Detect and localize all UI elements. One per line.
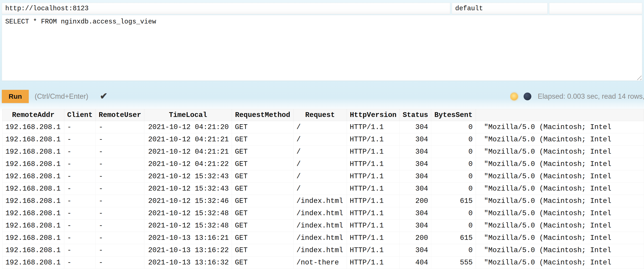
column-header: HttpVersion bbox=[347, 109, 400, 121]
table-cell: GET bbox=[232, 170, 294, 182]
table-cell: - bbox=[96, 195, 144, 207]
table-cell: "Mozilla/5.0 (Macintosh; Intel bbox=[476, 146, 644, 158]
table-cell: - bbox=[64, 146, 96, 158]
table-cell: HTTP/1.1 bbox=[347, 146, 400, 158]
sun-icon[interactable] bbox=[510, 93, 518, 100]
table-cell: 2021-10-12 04:21:22 bbox=[144, 158, 232, 170]
run-button[interactable]: Run bbox=[2, 90, 29, 103]
table-cell: 192.168.208.1 bbox=[2, 170, 64, 182]
table-cell: /index.html bbox=[294, 232, 347, 244]
table-cell: /not-there bbox=[294, 256, 347, 269]
table-cell: GET bbox=[232, 146, 294, 158]
table-cell: 0 bbox=[431, 121, 476, 133]
table-cell: 0 bbox=[431, 170, 476, 182]
table-cell: 0 bbox=[431, 158, 476, 170]
table-cell: 2021-10-12 15:32:48 bbox=[144, 207, 232, 220]
table-cell: / bbox=[294, 182, 347, 195]
table-row: 192.168.208.1--2021-10-12 15:32:48GET/in… bbox=[2, 220, 644, 232]
table-cell: / bbox=[294, 121, 347, 133]
table-row: 192.168.208.1--2021-10-13 13:16:21GET/in… bbox=[2, 232, 644, 244]
table-cell: - bbox=[64, 195, 96, 207]
table-cell: 192.168.208.1 bbox=[2, 158, 64, 170]
table-cell: 615 bbox=[431, 232, 476, 244]
table-cell: - bbox=[64, 182, 96, 195]
table-cell: - bbox=[96, 133, 144, 146]
table-cell: - bbox=[96, 244, 144, 256]
table-cell: 304 bbox=[400, 207, 431, 220]
table-cell: 2021-10-12 15:32:43 bbox=[144, 170, 232, 182]
table-cell: 304 bbox=[400, 121, 431, 133]
table-cell: "Mozilla/5.0 (Macintosh; Intel bbox=[476, 170, 644, 182]
table-cell: - bbox=[64, 256, 96, 269]
table-cell: "Mozilla/5.0 (Macintosh; Intel bbox=[476, 182, 644, 195]
table-row: 192.168.208.1--2021-10-13 13:16:22GET/in… bbox=[2, 244, 644, 256]
results-table: RemoteAddrClientRemoteUserTimeLocalReque… bbox=[2, 109, 644, 269]
connection-bar bbox=[2, 3, 642, 14]
table-cell: HTTP/1.1 bbox=[347, 256, 400, 269]
table-cell: - bbox=[64, 158, 96, 170]
table-cell: 192.168.208.1 bbox=[2, 207, 64, 220]
table-cell: 192.168.208.1 bbox=[2, 146, 64, 158]
table-row: 192.168.208.1--2021-10-12 15:32:46GET/in… bbox=[2, 195, 644, 207]
table-cell: "Mozilla/5.0 (Macintosh; Intel bbox=[476, 220, 644, 232]
table-cell: 0 bbox=[431, 220, 476, 232]
table-cell: - bbox=[96, 146, 144, 158]
table-cell: GET bbox=[232, 121, 294, 133]
table-cell: 555 bbox=[431, 256, 476, 269]
table-row: 192.168.208.1--2021-10-12 15:32:43GET/HT… bbox=[2, 170, 644, 182]
table-cell: "Mozilla/5.0 (Macintosh; Intel bbox=[476, 256, 644, 269]
table-cell: 2021-10-13 13:16:21 bbox=[144, 232, 232, 244]
table-cell: - bbox=[96, 207, 144, 220]
table-cell: 304 bbox=[400, 182, 431, 195]
table-row: 192.168.208.1--2021-10-12 15:32:43GET/HT… bbox=[2, 182, 644, 195]
table-cell: /index.html bbox=[294, 220, 347, 232]
table-cell: 2021-10-12 15:32:43 bbox=[144, 182, 232, 195]
table-cell: 0 bbox=[431, 182, 476, 195]
table-cell: 200 bbox=[400, 195, 431, 207]
table-cell: 2021-10-13 13:16:32 bbox=[144, 256, 232, 269]
table-cell: "Mozilla/5.0 (Macintosh; Intel bbox=[476, 195, 644, 207]
table-cell: 200 bbox=[400, 232, 431, 244]
table-cell: 2021-10-13 13:16:22 bbox=[144, 244, 232, 256]
header-row: RemoteAddrClientRemoteUserTimeLocalReque… bbox=[2, 109, 644, 121]
table-cell: - bbox=[96, 170, 144, 182]
column-header: Status bbox=[400, 109, 431, 121]
table-cell: GET bbox=[232, 220, 294, 232]
column-header: Request bbox=[294, 109, 347, 121]
table-cell: - bbox=[64, 220, 96, 232]
table-cell: 192.168.208.1 bbox=[2, 182, 64, 195]
table-cell: "Mozilla/5.0 (Macintosh; Intel bbox=[476, 133, 644, 146]
password-input[interactable] bbox=[549, 3, 642, 14]
table-cell: "Mozilla/5.0 (Macintosh; Intel bbox=[476, 158, 644, 170]
table-cell: - bbox=[64, 133, 96, 146]
server-url-input[interactable] bbox=[2, 3, 450, 14]
query-textarea[interactable]: SELECT * FROM nginxdb.access_logs_view bbox=[2, 15, 642, 81]
column-header: RemoteAddr bbox=[2, 109, 64, 121]
table-row: 192.168.208.1--2021-10-12 04:21:21GET/HT… bbox=[2, 133, 644, 146]
table-body: 192.168.208.1--2021-10-12 04:21:20GET/HT… bbox=[2, 121, 644, 269]
table-cell: "Mozilla/5.0 (Macintosh; Intel bbox=[476, 244, 644, 256]
table-cell: HTTP/1.1 bbox=[347, 232, 400, 244]
table-cell: "Mozilla/5.0 (Macintosh; Intel bbox=[476, 121, 644, 133]
query-stats-text: Elapsed: 0.003 sec, read 14 rows, bbox=[538, 92, 644, 100]
moon-icon[interactable] bbox=[524, 92, 531, 100]
table-row: 192.168.208.1--2021-10-12 04:21:22GET/HT… bbox=[2, 158, 644, 170]
table-cell: 2021-10-12 04:21:21 bbox=[144, 146, 232, 158]
query-editor-wrap: SELECT * FROM nginxdb.access_logs_view bbox=[2, 15, 642, 81]
username-input[interactable] bbox=[452, 3, 548, 14]
table-cell: - bbox=[96, 182, 144, 195]
table-cell: 192.168.208.1 bbox=[2, 220, 64, 232]
table-cell: /index.html bbox=[294, 195, 347, 207]
table-cell: 2021-10-12 04:21:20 bbox=[144, 121, 232, 133]
table-cell: - bbox=[96, 256, 144, 269]
table-cell: - bbox=[64, 121, 96, 133]
table-row: 192.168.208.1--2021-10-12 04:21:20GET/HT… bbox=[2, 121, 644, 133]
status-cluster: Elapsed: 0.003 sec, read 14 rows, bbox=[510, 90, 644, 103]
table-cell: - bbox=[96, 121, 144, 133]
table-cell: / bbox=[294, 158, 347, 170]
table-cell: "Mozilla/5.0 (Macintosh; Intel bbox=[476, 232, 644, 244]
table-cell: 304 bbox=[400, 220, 431, 232]
table-cell: GET bbox=[232, 158, 294, 170]
table-cell: - bbox=[64, 232, 96, 244]
table-cell: 192.168.208.1 bbox=[2, 121, 64, 133]
